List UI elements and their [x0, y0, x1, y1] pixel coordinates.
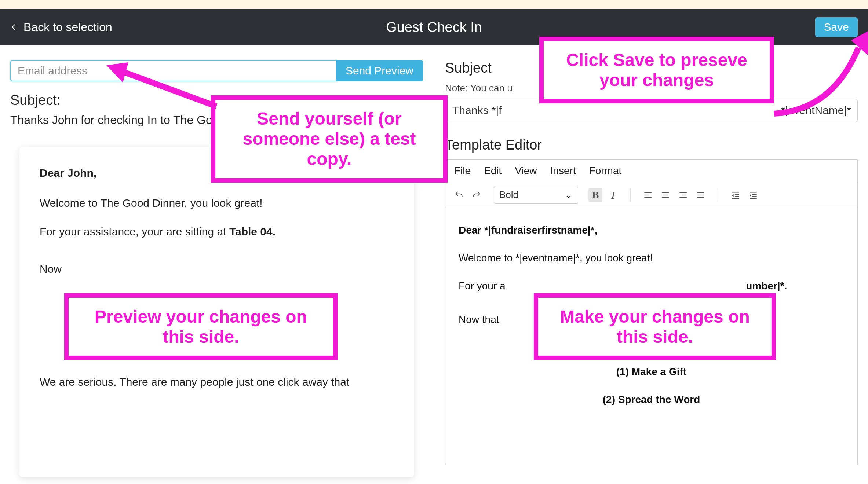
svg-rect-15 — [732, 198, 739, 199]
chevron-down-icon: ⌄ — [565, 189, 573, 201]
preview-line3: Now — [40, 261, 394, 277]
italic-button[interactable]: I — [606, 188, 620, 202]
font-style-select[interactable]: Bold ⌄ — [494, 186, 578, 204]
annotation-send-preview: Send yourself (or someone else) a test c… — [211, 95, 448, 183]
back-to-selection-link[interactable]: Back to selection — [10, 21, 112, 34]
svg-rect-3 — [662, 192, 669, 193]
svg-marker-16 — [732, 194, 733, 197]
svg-rect-17 — [750, 192, 757, 192]
save-button[interactable]: Save — [815, 17, 858, 37]
svg-rect-4 — [663, 194, 668, 195]
editor-item2: (2) Spread the Word — [459, 392, 844, 407]
menu-file[interactable]: File — [454, 165, 471, 177]
align-center-button[interactable] — [659, 188, 672, 202]
send-preview-row: Send Preview — [10, 60, 423, 81]
send-preview-button[interactable]: Send Preview — [336, 60, 423, 81]
undo-button[interactable] — [452, 188, 466, 202]
editor-menu-bar: File Edit View Insert Format — [445, 160, 857, 182]
editor-line2: For your a umber|*. — [459, 278, 844, 294]
svg-rect-7 — [682, 194, 687, 195]
svg-rect-9 — [697, 192, 704, 193]
svg-rect-10 — [697, 194, 704, 195]
editor-line2-pre: For your a — [459, 280, 506, 292]
editor-line2-post: umber|*. — [746, 280, 787, 292]
template-editor-label: Template Editor — [445, 137, 858, 153]
preview-line2: For your assistance, your are sitting at… — [40, 224, 394, 239]
svg-rect-0 — [644, 192, 652, 193]
subject-input-text-start: Thanks *|f — [452, 104, 502, 117]
outdent-button[interactable] — [729, 188, 743, 202]
svg-rect-6 — [679, 192, 687, 193]
svg-rect-13 — [735, 194, 739, 195]
menu-format[interactable]: Format — [589, 165, 622, 177]
bold-button[interactable]: B — [588, 188, 602, 202]
arrow-left-icon — [10, 23, 19, 32]
svg-rect-1 — [644, 194, 649, 195]
annotation-edit-side: Make your changes on this side. — [534, 293, 776, 360]
subject-input-text-end: *|eventName|* — [781, 104, 851, 117]
align-justify-button[interactable] — [694, 188, 708, 202]
preview-line1: Welcome to The Good Dinner, you look gre… — [40, 195, 394, 211]
svg-rect-2 — [644, 197, 652, 198]
preview-line2-bold: Table 04. — [229, 225, 276, 238]
svg-marker-21 — [750, 194, 751, 197]
svg-rect-19 — [752, 196, 757, 197]
menu-insert[interactable]: Insert — [550, 165, 576, 177]
toolbar-divider — [630, 188, 631, 202]
notification-strip — [0, 0, 868, 9]
email-field[interactable] — [10, 60, 336, 81]
menu-edit[interactable]: Edit — [484, 165, 502, 177]
annotation-preview-side: Preview your changes on this side. — [64, 293, 338, 360]
svg-rect-14 — [735, 196, 739, 197]
svg-rect-20 — [750, 198, 757, 199]
align-left-button[interactable] — [641, 188, 655, 202]
svg-rect-5 — [662, 197, 669, 198]
editor-line1: Welcome to *|eventname|*, you look great… — [459, 250, 844, 266]
back-label: Back to selection — [23, 21, 112, 34]
svg-rect-8 — [679, 197, 687, 198]
font-style-value: Bold — [499, 189, 518, 201]
preview-line2-pre: For your assistance, your are sitting at — [40, 225, 229, 238]
align-right-button[interactable] — [676, 188, 690, 202]
editor-greeting: Dear *|fundraiserfirstname|*, — [459, 223, 844, 238]
menu-view[interactable]: View — [515, 165, 537, 177]
editor-toolbar: Bold ⌄ B I — [445, 182, 857, 208]
editor-item1: (1) Make a Gift — [459, 364, 844, 380]
editor-column: Subject Note: You can u Thanks *|f *|eve… — [445, 60, 858, 484]
svg-rect-11 — [697, 197, 704, 198]
annotation-save: Click Save to preseve your changes — [539, 37, 774, 103]
redo-button[interactable] — [470, 188, 484, 202]
svg-rect-12 — [732, 192, 739, 192]
indent-button[interactable] — [746, 188, 760, 202]
page-title: Guest Check In — [386, 19, 482, 35]
svg-rect-18 — [752, 194, 757, 195]
toolbar-divider — [718, 188, 718, 202]
preview-footer: We are serious. There are many people ju… — [40, 374, 394, 390]
